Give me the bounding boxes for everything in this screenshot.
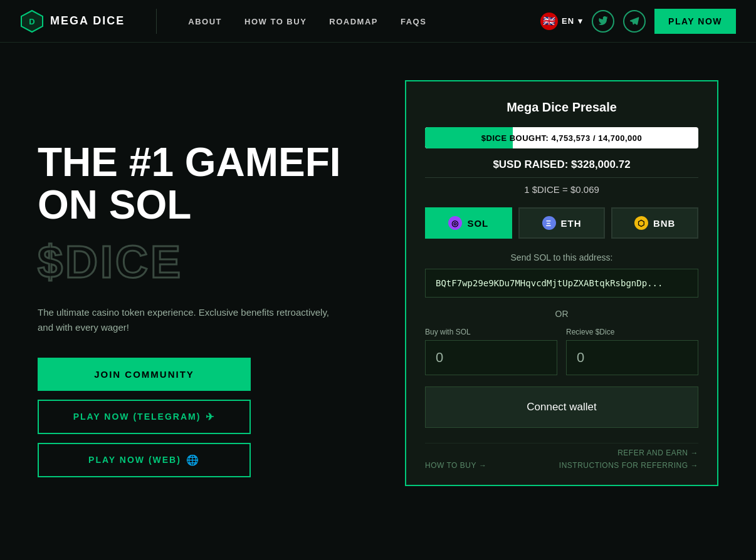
web-icon: 🌐 [186, 454, 200, 466]
receive-input[interactable] [566, 340, 698, 375]
play-now-button[interactable]: PLAY NOW [654, 9, 736, 34]
eth-icon: Ξ [542, 216, 556, 230]
telegram-small-icon: ✈ [206, 411, 215, 423]
twitter-button[interactable] [592, 10, 614, 33]
connect-wallet-button[interactable]: Connect wallet [425, 386, 698, 428]
nav-links: ABOUT HOW TO BUY ROADMAP FAQS [188, 16, 426, 27]
flag-icon: 🇬🇧 [540, 13, 558, 30]
instructions-link[interactable]: INSTRUCTIONS FOR REFERRING → [559, 461, 698, 470]
or-divider: OR [425, 309, 698, 319]
how-to-buy-arrow: → [479, 461, 487, 470]
nav-about[interactable]: ABOUT [188, 17, 222, 26]
navbar-right: 🇬🇧 EN ▾ PLAY NOW [540, 9, 736, 34]
instructions-arrow: → [691, 461, 699, 470]
buy-label: Buy with SOL [425, 328, 557, 336]
progress-bar-wrapper: $DICE BOUGHT: 4,753,573 / 14,700,000 [425, 127, 698, 148]
nav-how-to-buy[interactable]: HOW TO BUY [244, 17, 307, 26]
navbar: D MEGA DICE ABOUT HOW TO BUY ROADMAP FAQ… [0, 0, 756, 43]
presale-title: Mega Dice Presale [425, 100, 698, 115]
tab-eth-label: ETH [561, 218, 582, 229]
play-telegram-button[interactable]: PLAY NOW (TELEGRAM) ✈ [38, 400, 251, 434]
bnb-icon: ⬡ [634, 216, 648, 230]
how-to-buy-link[interactable]: HOW TO BUY → [425, 461, 486, 470]
currency-tabs: ◎ SOL Ξ ETH ⬡ BNB [425, 207, 698, 239]
twitter-icon [598, 16, 608, 26]
bottom-links: HOW TO BUY → REFER AND EARN → INSTRUCTIO… [425, 443, 698, 470]
buy-col: Buy with SOL [425, 328, 557, 375]
instructions-label: INSTRUCTIONS FOR REFERRING [559, 461, 688, 470]
refer-earn-link[interactable]: REFER AND EARN → [617, 449, 698, 457]
lang-selector[interactable]: 🇬🇧 EN ▾ [540, 13, 583, 30]
sol-icon: ◎ [448, 216, 462, 230]
tab-sol[interactable]: ◎ SOL [425, 207, 512, 239]
telegram-icon [629, 16, 639, 26]
hero-title-line1: THE #1 GAMEFI [38, 140, 341, 185]
navbar-left: D MEGA DICE ABOUT HOW TO BUY ROADMAP FAQ… [20, 9, 426, 34]
progress-label: $DICE BOUGHT: 4,753,573 / 14,700,000 [481, 133, 642, 143]
play-web-button[interactable]: PLAY NOW (WEB) 🌐 [38, 443, 251, 477]
nav-roadmap[interactable]: ROADMAP [329, 17, 378, 26]
telegram-button[interactable] [623, 10, 646, 33]
receive-col: Recieve $Dice [566, 328, 698, 375]
receive-label: Recieve $Dice [566, 328, 698, 336]
chevron-down-icon: ▾ [578, 16, 583, 26]
hero-description: The ultimate casino token experience. Ex… [38, 305, 339, 335]
nav-faqs[interactable]: FAQS [401, 17, 426, 26]
hero-title: THE #1 GAMEFI ON SOL [38, 142, 380, 226]
lang-label: EN [562, 16, 574, 26]
play-web-label: PLAY NOW (WEB) [88, 455, 181, 465]
send-label: Send SOL to this address: [425, 252, 698, 262]
how-to-buy-label: HOW TO BUY [425, 461, 476, 470]
refer-earn-arrow: → [691, 449, 699, 457]
main-content: THE #1 GAMEFI ON SOL $DICE The ultimate … [0, 43, 756, 560]
address-box[interactable]: BQtF7wp29e9KDu7MHqvcdMjtUpZXABtqkRsbgnDp… [425, 269, 698, 298]
buy-input[interactable] [425, 340, 557, 375]
tab-bnb-label: BNB [653, 218, 676, 229]
tab-eth[interactable]: Ξ ETH [518, 207, 606, 239]
tab-bnb[interactable]: ⬡ BNB [611, 207, 698, 239]
svg-text:D: D [29, 17, 34, 26]
logo-text: MEGA DICE [50, 14, 125, 28]
dice-title: $DICE [38, 236, 380, 288]
nav-divider [156, 9, 157, 34]
logo-icon: D [20, 9, 44, 33]
join-community-button[interactable]: JOIN COMMUNITY [38, 358, 251, 391]
tab-sol-label: SOL [467, 218, 488, 229]
buy-receive-row: Buy with SOL Recieve $Dice [425, 328, 698, 375]
left-panel: THE #1 GAMEFI ON SOL $DICE The ultimate … [38, 80, 380, 535]
divider-line [425, 177, 698, 178]
play-telegram-label: PLAY NOW (TELEGRAM) [73, 412, 201, 422]
bottom-right-links: REFER AND EARN → INSTRUCTIONS FOR REFERR… [559, 449, 698, 470]
logo[interactable]: D MEGA DICE [20, 9, 125, 33]
hero-title-line2: ON SOL [38, 182, 191, 227]
refer-earn-label: REFER AND EARN [617, 449, 688, 457]
presale-card: Mega Dice Presale $DICE BOUGHT: 4,753,57… [405, 80, 718, 486]
price-text: 1 $DICE = $0.069 [425, 184, 698, 195]
right-panel: Mega Dice Presale $DICE BOUGHT: 4,753,57… [405, 80, 718, 535]
raised-text: $USD RAISED: $328,000.72 [425, 158, 698, 171]
